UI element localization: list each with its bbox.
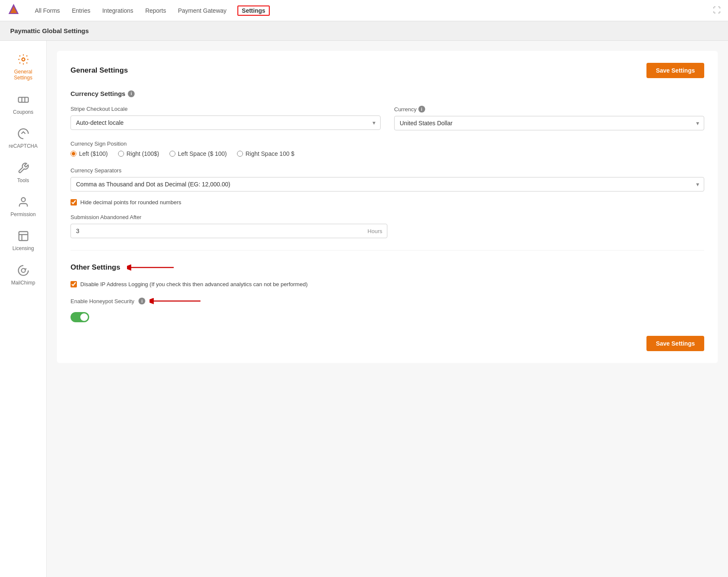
svg-rect-3 <box>18 97 28 102</box>
sign-position-label: Currency Sign Position <box>71 141 704 147</box>
stripe-locale-label: Stripe Checkout Locale <box>71 106 381 112</box>
top-nav: All Forms Entries Integrations Reports P… <box>0 0 728 21</box>
mailchimp-icon <box>17 264 30 277</box>
nav-reports[interactable]: Reports <box>144 6 167 16</box>
fullscreen-icon[interactable]: ⛶ <box>713 6 721 15</box>
section-header-row: General Settings Save Settings <box>71 63 704 78</box>
sidebar-label-general-settings: General Settings <box>6 69 40 81</box>
sidebar-label-licensing: Licensing <box>12 245 34 251</box>
radio-left-space-input[interactable] <box>169 151 175 157</box>
currency-select[interactable]: United States Dollar Euro British Pound … <box>394 116 704 130</box>
hide-decimal-label: Hide decimal points for rounded numbers <box>80 199 181 205</box>
currency-settings-title: Currency Settings i <box>71 90 704 97</box>
sidebar-label-coupons: Coupons <box>13 109 33 115</box>
main-layout: General Settings Coupons reCAPTCHA <box>0 41 728 577</box>
currency-field: Currency i United States Dollar Euro Bri… <box>394 106 704 130</box>
sidebar-label-mailchimp: MailChimp <box>11 280 35 286</box>
disable-ip-checkbox[interactable] <box>71 281 77 287</box>
svg-rect-5 <box>19 232 28 241</box>
locale-currency-row: Stripe Checkout Locale Auto-detect local… <box>71 106 704 130</box>
currency-settings-section: Currency Settings i Stripe Checkout Loca… <box>71 90 704 205</box>
disable-ip-label: Disable IP Address Logging (If you check… <box>80 281 308 287</box>
radio-right[interactable]: Right (100$) <box>118 150 159 157</box>
main-content: General Settings Save Settings Currency … <box>47 41 728 577</box>
disable-ip-row: Disable IP Address Logging (If you check… <box>71 281 704 287</box>
svg-point-4 <box>21 197 25 201</box>
other-settings-arrow <box>127 262 178 273</box>
coupon-icon <box>17 93 30 107</box>
other-settings-title: Other Settings <box>71 263 120 272</box>
stripe-locale-select[interactable]: Auto-detect locale English French German… <box>71 115 381 130</box>
page-title: Paymattic Global Settings <box>10 27 89 34</box>
sidebar-item-general-settings[interactable]: General Settings <box>3 48 44 86</box>
sidebar-item-coupons[interactable]: Coupons <box>3 88 44 120</box>
nav-entries[interactable]: Entries <box>71 6 91 16</box>
radio-right-input[interactable] <box>118 151 124 157</box>
nav-all-forms[interactable]: All Forms <box>34 6 61 16</box>
sidebar-item-recaptcha[interactable]: reCAPTCHA <box>3 122 44 154</box>
submission-abandoned-input-wrapper: Hours <box>71 224 387 238</box>
sidebar-item-licensing[interactable]: Licensing <box>3 224 44 256</box>
sidebar-item-tools[interactable]: Tools <box>3 156 44 189</box>
hide-decimal-row: Hide decimal points for rounded numbers <box>71 199 704 205</box>
tools-icon <box>17 161 30 175</box>
radio-left-label: Left ($100) <box>79 150 108 157</box>
honeypot-section: Enable Honeypot Security i <box>71 296 704 322</box>
recaptcha-icon <box>17 127 30 141</box>
separators-select-wrapper: Comma as Thousand and Dot as Decimal (EG… <box>71 177 704 191</box>
separators-label: Currency Separators <box>71 167 704 174</box>
radio-right-space-input[interactable] <box>237 151 243 157</box>
toggle-slider <box>71 312 89 322</box>
radio-left-input[interactable] <box>71 151 76 157</box>
stripe-locale-select-wrapper: Auto-detect locale English French German… <box>71 115 381 130</box>
currency-select-wrapper: United States Dollar Euro British Pound … <box>394 116 704 130</box>
section-title: General Settings <box>71 66 128 75</box>
radio-left-space[interactable]: Left Space ($ 100) <box>169 150 227 157</box>
gear-icon <box>17 53 30 66</box>
separators-row: Currency Separators Comma as Thousand an… <box>71 167 704 191</box>
currency-settings-info-icon[interactable]: i <box>128 90 135 97</box>
svg-point-2 <box>22 58 25 61</box>
save-settings-button-bottom[interactable]: Save Settings <box>646 336 704 351</box>
honeypot-label-row: Enable Honeypot Security i <box>71 296 704 306</box>
sign-position-radio-group: Left ($100) Right (100$) Left Space ($ 1… <box>71 150 704 157</box>
sign-position-row: Currency Sign Position Left ($100) Right… <box>71 141 704 157</box>
submission-abandoned-label: Submission Abandoned After <box>71 214 704 220</box>
honeypot-info-icon[interactable]: i <box>138 298 145 304</box>
sidebar-label-tools: Tools <box>17 177 29 183</box>
sidebar-item-permission[interactable]: Permission <box>3 190 44 222</box>
page-header: Paymattic Global Settings <box>0 21 728 41</box>
save-settings-button-top[interactable]: Save Settings <box>646 63 704 78</box>
sidebar-item-mailchimp[interactable]: MailChimp <box>3 259 44 291</box>
permission-icon <box>17 195 30 209</box>
currency-info-icon[interactable]: i <box>418 106 425 113</box>
nav-payment-gateway[interactable]: Payment Gateway <box>177 6 227 16</box>
sidebar: General Settings Coupons reCAPTCHA <box>0 41 47 577</box>
submission-hours-suffix: Hours <box>367 228 382 234</box>
honeypot-toggle[interactable] <box>71 312 89 322</box>
separators-select[interactable]: Comma as Thousand and Dot as Decimal (EG… <box>71 177 704 191</box>
stripe-locale-field: Stripe Checkout Locale Auto-detect local… <box>71 106 381 130</box>
radio-right-space-label: Right Space 100 $ <box>245 150 294 157</box>
submission-abandoned-row: Submission Abandoned After Hours <box>71 214 704 238</box>
bottom-save-row: Save Settings <box>71 336 704 351</box>
radio-right-space[interactable]: Right Space 100 $ <box>237 150 294 157</box>
radio-left-space-label: Left Space ($ 100) <box>178 150 227 157</box>
nav-settings[interactable]: Settings <box>237 6 269 16</box>
radio-right-label: Right (100$) <box>127 150 159 157</box>
settings-card: General Settings Save Settings Currency … <box>57 51 718 363</box>
other-settings-title-row: Other Settings <box>71 262 704 273</box>
sidebar-label-permission: Permission <box>11 211 36 217</box>
nav-integrations[interactable]: Integrations <box>102 6 134 16</box>
logo <box>7 3 24 18</box>
other-settings-section: Other Settings Disable IP Addres <box>71 262 704 322</box>
submission-abandoned-input[interactable] <box>71 224 387 238</box>
hide-decimal-checkbox[interactable] <box>71 199 77 205</box>
radio-left[interactable]: Left ($100) <box>71 150 108 157</box>
licensing-icon <box>17 229 30 243</box>
sidebar-label-recaptcha: reCAPTCHA <box>8 143 37 149</box>
section-divider <box>71 250 704 251</box>
honeypot-label: Enable Honeypot Security <box>71 298 134 304</box>
honeypot-arrow <box>150 296 205 306</box>
currency-label: Currency i <box>394 106 704 113</box>
